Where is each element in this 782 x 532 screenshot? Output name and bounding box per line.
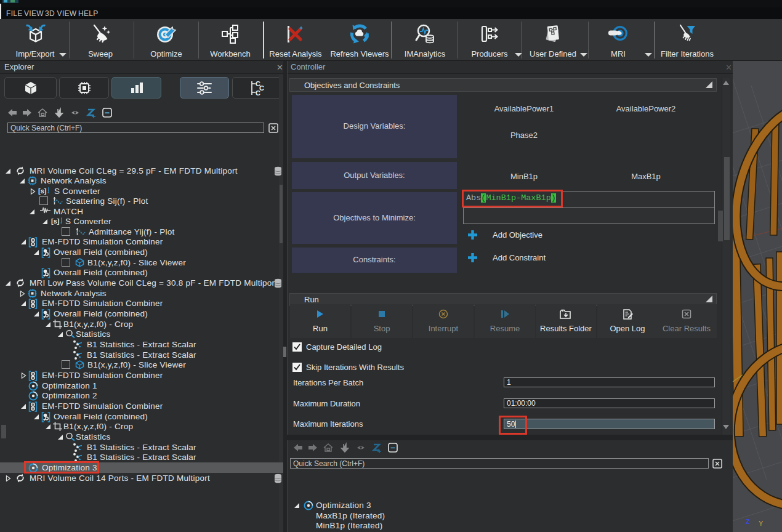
svg-text:[s]: [s] bbox=[51, 217, 60, 225]
svg-text:C: C bbox=[256, 89, 260, 96]
svg-text:Y: Y bbox=[759, 520, 764, 527]
svg-text:[s]: [s] bbox=[38, 187, 47, 195]
svg-text:Z: Z bbox=[746, 518, 750, 525]
